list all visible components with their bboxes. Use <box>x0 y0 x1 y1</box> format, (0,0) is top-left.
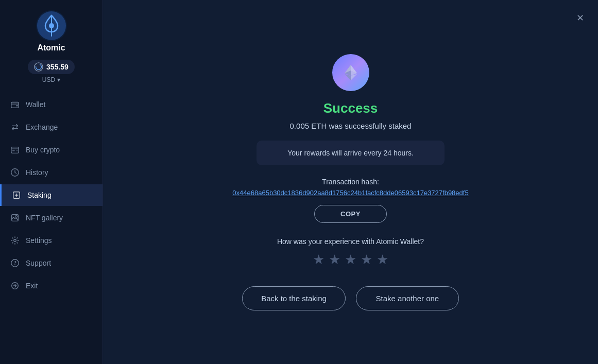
success-subtitle: 0.005 ETH was successfully staked <box>290 122 412 130</box>
tx-label: Transaction hash: <box>232 178 468 186</box>
success-title: Success <box>323 100 378 116</box>
buy-crypto-icon <box>10 145 20 154</box>
main-content: ✕ Success 0.005 ETH was successfully sta… <box>103 0 598 364</box>
sidebar-item-settings[interactable]: Settings <box>0 230 102 251</box>
balance-icon <box>34 62 43 72</box>
sidebar-item-exchange[interactable]: Exchange <box>0 116 102 138</box>
staking-icon <box>12 190 21 200</box>
atomic-logo <box>36 10 67 41</box>
nav-menu: Wallet Exchange Buy crypto History <box>0 94 102 297</box>
svg-point-4 <box>36 64 42 70</box>
eth-icon <box>340 62 362 83</box>
svg-rect-6 <box>16 105 18 107</box>
star-4[interactable]: ★ <box>361 252 372 268</box>
exchange-icon <box>10 123 20 132</box>
rewards-banner: Your rewards will arrive every 24 hours. <box>257 141 445 165</box>
star-2[interactable]: ★ <box>329 252 340 268</box>
sidebar-item-staking-label: Staking <box>27 191 52 199</box>
sidebar-item-wallet-label: Wallet <box>26 100 45 109</box>
svg-point-12 <box>14 239 16 242</box>
balance-amount: 355.59 <box>46 63 69 71</box>
stars-container: ★ ★ ★ ★ ★ <box>277 252 424 268</box>
settings-icon <box>10 236 20 245</box>
sidebar-item-support-label: Support <box>26 259 51 267</box>
rating-section: How was your experience with Atomic Wall… <box>277 237 424 268</box>
logo-area: Atomic <box>36 10 67 53</box>
svg-rect-7 <box>11 147 19 153</box>
sidebar-item-nft-gallery-label: NFT gallery <box>26 214 63 222</box>
close-button[interactable]: ✕ <box>572 10 588 26</box>
sidebar-item-buy-crypto-label: Buy crypto <box>26 146 60 154</box>
rewards-text: Your rewards will arrive every 24 hours. <box>287 149 414 157</box>
support-icon <box>10 258 20 268</box>
sidebar-item-support[interactable]: Support <box>0 252 102 274</box>
tx-section: Transaction hash: 0x44e68a65b30dc1836d90… <box>232 178 468 197</box>
sidebar-item-settings-label: Settings <box>26 236 52 245</box>
balance-badge: 355.59 <box>28 60 75 74</box>
sidebar: Atomic 355.59 USD ▾ Wallet Exchange <box>0 0 103 364</box>
exit-icon <box>10 281 20 290</box>
star-1[interactable]: ★ <box>313 252 324 268</box>
stake-another-button[interactable]: Stake another one <box>356 286 459 310</box>
sidebar-item-history-label: History <box>26 168 48 177</box>
svg-point-11 <box>15 216 18 218</box>
copy-button[interactable]: COPY <box>314 205 387 223</box>
app-name: Atomic <box>37 43 65 53</box>
svg-point-2 <box>49 23 54 28</box>
sidebar-item-exit[interactable]: Exit <box>0 275 102 297</box>
sidebar-item-buy-crypto[interactable]: Buy crypto <box>0 139 102 161</box>
star-3[interactable]: ★ <box>345 252 356 268</box>
currency-label: USD <box>42 76 55 83</box>
sidebar-item-staking[interactable]: Staking <box>0 184 102 206</box>
rating-question: How was your experience with Atomic Wall… <box>277 237 424 246</box>
star-5[interactable]: ★ <box>377 252 388 268</box>
tx-hash[interactable]: 0x44e68a65b30dc1836d902aa8d1756c24b1facf… <box>232 189 468 197</box>
eth-icon-container <box>332 54 369 91</box>
action-buttons: Back to the staking Stake another one <box>242 286 459 310</box>
nft-icon <box>10 213 20 222</box>
back-to-staking-button[interactable]: Back to the staking <box>242 286 346 310</box>
wallet-icon <box>10 100 20 109</box>
sidebar-item-wallet[interactable]: Wallet <box>0 94 102 115</box>
sidebar-item-nft-gallery[interactable]: NFT gallery <box>0 207 102 229</box>
currency-chevron: ▾ <box>57 76 60 83</box>
currency-selector[interactable]: USD ▾ <box>42 76 60 83</box>
sidebar-item-history[interactable]: History <box>0 162 102 183</box>
svg-rect-5 <box>11 102 19 108</box>
history-icon <box>10 168 20 177</box>
sidebar-item-exit-label: Exit <box>26 282 38 290</box>
sidebar-item-exchange-label: Exchange <box>26 123 58 131</box>
